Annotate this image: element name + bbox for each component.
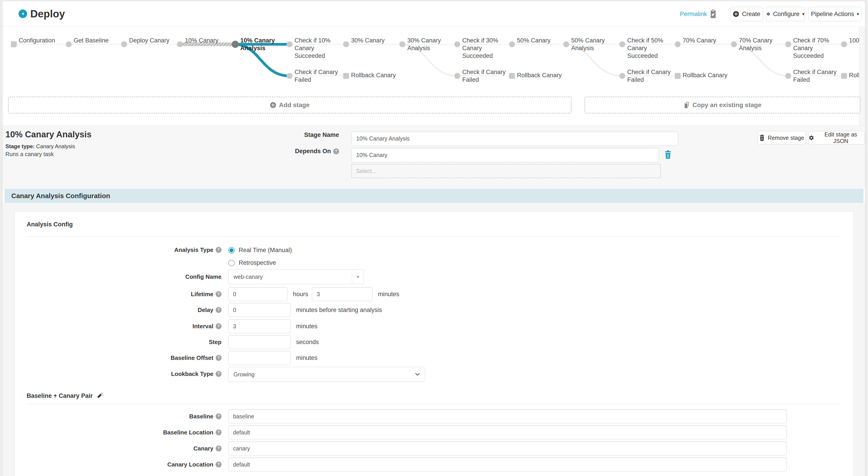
config-name-select[interactable]: web-canary ▾ xyxy=(228,269,364,284)
stage-label[interactable]: Check if 30% Canary Succeeded xyxy=(462,37,512,60)
stage-label[interactable]: Check if Canary Failed xyxy=(627,68,677,84)
radio-label: Retrospective xyxy=(239,259,276,266)
divider xyxy=(27,236,841,236)
help-icon[interactable]: ? xyxy=(216,355,221,361)
pipeline-node[interactable] xyxy=(343,41,349,47)
pipeline-node[interactable] xyxy=(454,73,460,79)
lifetime-hours-unit: hours xyxy=(293,287,308,301)
stage-label[interactable]: 50% Canary Analysis xyxy=(571,37,620,52)
stage-label[interactable]: Configuration xyxy=(19,37,68,44)
dropdown-arrow-icon: ▾ xyxy=(352,269,364,284)
edit-stage-json-button[interactable]: Edit stage as JSON xyxy=(808,131,865,145)
help-icon[interactable]: ? xyxy=(216,445,221,451)
stage-label[interactable]: Deploy Canary xyxy=(129,37,178,44)
copy-existing-stage-button[interactable]: Copy an existing stage xyxy=(585,97,860,114)
interval-label: Interval ? xyxy=(45,319,221,333)
stage-label[interactable]: 50% Canary xyxy=(517,37,566,44)
copy-stage-label: Copy an existing stage xyxy=(692,101,762,109)
help-icon[interactable]: ? xyxy=(216,307,221,313)
lifetime-minutes-input[interactable] xyxy=(312,287,373,301)
help-icon[interactable]: ? xyxy=(216,413,221,419)
pipeline-node[interactable] xyxy=(619,73,625,79)
help-icon[interactable]: ? xyxy=(216,323,221,329)
copy-icon xyxy=(684,102,690,108)
lifetime-hours-input[interactable] xyxy=(228,287,287,301)
stage-label[interactable]: Get Baseline xyxy=(74,37,123,44)
radio-icon[interactable] xyxy=(228,260,235,266)
analysis-config-heading: Analysis Config xyxy=(27,221,73,228)
edit-json-label: Edit stage as JSON xyxy=(817,131,865,145)
stage-label[interactable]: 10% Canary xyxy=(185,37,234,44)
help-icon[interactable]: ? xyxy=(216,462,221,468)
stage-name-label: Stage Name xyxy=(249,131,339,138)
pipeline-node[interactable] xyxy=(343,73,349,79)
select-placeholder: Select... xyxy=(356,168,376,174)
stage-label[interactable]: Rollback Canary xyxy=(683,71,732,79)
stage-label[interactable]: 70% Canary Analysis xyxy=(739,37,788,52)
stage-label[interactable]: Check if Canary Failed xyxy=(294,68,344,84)
baseline-location-input[interactable] xyxy=(228,425,786,439)
canary-location-input[interactable] xyxy=(228,457,786,472)
add-stage-button[interactable]: Add stage xyxy=(8,97,571,114)
stage-type-value: Canary Analysis xyxy=(36,143,75,149)
baseline-offset-label: Baseline Offset ? xyxy=(45,351,221,365)
stage-label[interactable]: 100% Canary xyxy=(849,37,859,44)
wand-icon[interactable] xyxy=(96,392,103,400)
analysis-type-option-realtime[interactable]: Real Time (Manual) xyxy=(228,247,292,254)
remove-stage-label: Remove stage xyxy=(768,135,804,141)
stage-type-label: Stage type: xyxy=(5,143,35,149)
baseline-offset-unit: minutes xyxy=(296,351,318,365)
stage-label[interactable]: Rollback Canary xyxy=(351,71,400,79)
add-stage-label: Add stage xyxy=(279,101,309,109)
analysis-type-label: Analysis Type ? xyxy=(45,243,221,257)
radio-label: Real Time (Manual) xyxy=(239,247,292,254)
stage-label[interactable]: Rollback Canary xyxy=(517,71,566,79)
stage-label[interactable]: 10% Canary Analysis xyxy=(240,37,289,52)
stage-label[interactable]: Check if 10% Canary Succeeded xyxy=(294,37,344,60)
canary-input[interactable] xyxy=(228,441,786,455)
pipeline-node[interactable] xyxy=(11,41,17,47)
help-icon[interactable]: ? xyxy=(216,291,221,297)
radio-selected-icon[interactable] xyxy=(228,247,235,253)
help-icon[interactable]: ? xyxy=(216,371,221,377)
stage-label[interactable]: 30% Canary Analysis xyxy=(407,37,457,52)
help-icon[interactable]: ? xyxy=(216,430,221,435)
depends-on-input[interactable] xyxy=(351,148,659,162)
remove-stage-button[interactable]: Remove stage xyxy=(758,131,806,145)
delay-label: Delay ? xyxy=(45,303,221,317)
depends-on-select[interactable]: Select... xyxy=(351,164,661,178)
help-icon[interactable]: ? xyxy=(333,149,339,154)
stage-label[interactable]: 30% Canary xyxy=(351,37,400,44)
depends-on-label: Depends On ? xyxy=(249,148,339,155)
stage-label[interactable]: Check if 70% Canary Succeeded xyxy=(793,37,842,60)
lifetime-minutes-unit: minutes xyxy=(378,287,399,301)
section-header-title: Canary Analysis Configuration xyxy=(11,192,110,200)
lookback-type-select[interactable]: Growing xyxy=(228,367,425,382)
delay-input[interactable] xyxy=(228,303,291,317)
stage-name-input[interactable] xyxy=(351,131,678,146)
trash-icon xyxy=(759,134,765,141)
stage-label[interactable]: Rollback Canary xyxy=(849,71,859,79)
stage-label[interactable]: 70% Canary xyxy=(683,37,732,44)
canary-location-label: Canary Location ? xyxy=(45,457,221,472)
lifetime-label: Lifetime ? xyxy=(45,287,221,301)
step-unit: seconds xyxy=(296,335,319,349)
section-header: Canary Analysis Configuration xyxy=(4,189,864,203)
interval-input[interactable] xyxy=(228,319,291,333)
step-input[interactable] xyxy=(228,335,291,349)
delete-dependency-icon[interactable] xyxy=(664,150,672,160)
pipeline-node[interactable] xyxy=(287,73,292,79)
stage-label[interactable]: Check if 50% Canary Succeeded xyxy=(627,37,677,60)
chevron-down-icon xyxy=(415,373,420,376)
baseline-label: Baseline ? xyxy=(45,409,221,423)
help-icon[interactable]: ? xyxy=(216,247,221,253)
analysis-type-option-retrospective[interactable]: Retrospective xyxy=(228,259,276,266)
baseline-input[interactable] xyxy=(228,409,786,423)
stage-label[interactable]: Check if Canary Failed xyxy=(462,68,512,84)
stage-title: 10% Canary Analysis xyxy=(5,130,92,139)
stage-label[interactable]: Check if Canary Failed xyxy=(793,68,842,84)
stage-description: Runs a canary task xyxy=(5,151,54,157)
pipeline-node[interactable] xyxy=(785,73,791,79)
delay-unit: minutes before starting analysis xyxy=(296,303,382,317)
baseline-offset-input[interactable] xyxy=(228,351,291,365)
